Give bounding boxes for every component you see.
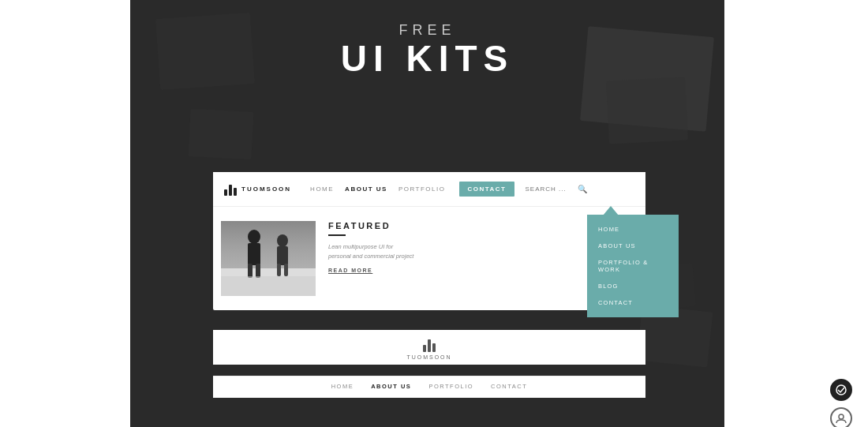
dropdown-home[interactable]: HOME <box>587 221 679 238</box>
svg-rect-10 <box>284 264 288 276</box>
dropdown-blog[interactable]: BLOG <box>587 278 679 294</box>
featured-image <box>221 221 316 296</box>
footer-logo-text: TUOMSOON <box>406 354 451 360</box>
footer-nav-about[interactable]: ABOUT US <box>371 383 411 390</box>
dropdown-contact[interactable]: CONTACT <box>587 294 679 311</box>
user-icon <box>836 413 847 424</box>
check-icon-button[interactable] <box>830 379 852 401</box>
search-icon[interactable]: 🔍 <box>578 185 587 193</box>
svg-point-12 <box>836 385 846 395</box>
svg-rect-5 <box>248 264 253 278</box>
nav-home[interactable]: HOME <box>310 185 334 193</box>
logo-bar-1 <box>224 189 227 196</box>
svg-rect-11 <box>221 276 316 296</box>
footer-logo-bars <box>423 338 436 352</box>
dropdown-about[interactable]: ABOUT US <box>587 238 679 254</box>
side-panel-right <box>724 0 868 427</box>
main-card: TUOMSOON HOME ABOUT US PORTFOLIO CONTACT… <box>213 172 645 310</box>
svg-rect-9 <box>277 264 281 276</box>
footer-bar-2 <box>428 339 431 352</box>
dropdown-portfolio[interactable]: PORTFOLIO & WORK <box>587 254 679 278</box>
logo-bars-icon <box>224 183 237 196</box>
nav-about[interactable]: ABOUT US <box>345 185 387 193</box>
nav-items: HOME ABOUT US PORTFOLIO CONTACT 🔍 <box>310 182 634 197</box>
svg-rect-4 <box>248 243 260 265</box>
footer-bar-3 <box>432 343 436 352</box>
side-panel-left <box>0 0 130 427</box>
logo-mark: TUOMSOON <box>224 183 291 196</box>
svg-point-3 <box>248 230 260 244</box>
checkmark-icon <box>836 384 847 395</box>
footer-nav: HOME ABOUT US PORTFOLIO CONTACT <box>213 376 645 398</box>
svg-point-13 <box>839 414 844 419</box>
nav-contact[interactable]: CONTACT <box>459 182 514 197</box>
featured-image-svg <box>221 221 316 296</box>
footer-logo-section: TUOMSOON <box>213 330 645 365</box>
header-section: FREE UI KITS <box>130 8 724 79</box>
footer-nav-portfolio[interactable]: PORTFOLIO <box>428 383 473 390</box>
dropdown-arrow <box>603 206 619 215</box>
svg-rect-6 <box>256 264 260 278</box>
deco-rect-4 <box>188 109 253 159</box>
logo-text: TUOMSOON <box>241 185 291 193</box>
search-input[interactable] <box>526 185 573 193</box>
user-icon-button[interactable] <box>830 407 852 427</box>
featured-divider <box>328 234 346 236</box>
search-area: 🔍 <box>526 185 587 193</box>
footer-nav-home[interactable]: HOME <box>331 383 354 390</box>
svg-point-7 <box>277 234 288 247</box>
footer-nav-contact[interactable]: CONTACT <box>491 383 527 390</box>
header-free-label: FREE <box>130 22 724 39</box>
nav-portfolio[interactable]: PORTFOLIO <box>398 185 446 193</box>
logo-bar-3 <box>234 188 237 196</box>
logo-bar-2 <box>229 185 232 196</box>
deco-rect-2 <box>606 77 688 144</box>
side-icons <box>830 379 852 427</box>
header-uikits-label: UI KITS <box>130 39 724 79</box>
featured-section: FEATURED Lean multipurpose UI forpersona… <box>213 207 645 310</box>
footer-bar-1 <box>423 345 426 352</box>
navbar: TUOMSOON HOME ABOUT US PORTFOLIO CONTACT… <box>213 172 645 207</box>
svg-rect-8 <box>277 246 288 265</box>
dropdown-menu: HOME ABOUT US PORTFOLIO & WORK BLOG CONT… <box>587 215 679 317</box>
